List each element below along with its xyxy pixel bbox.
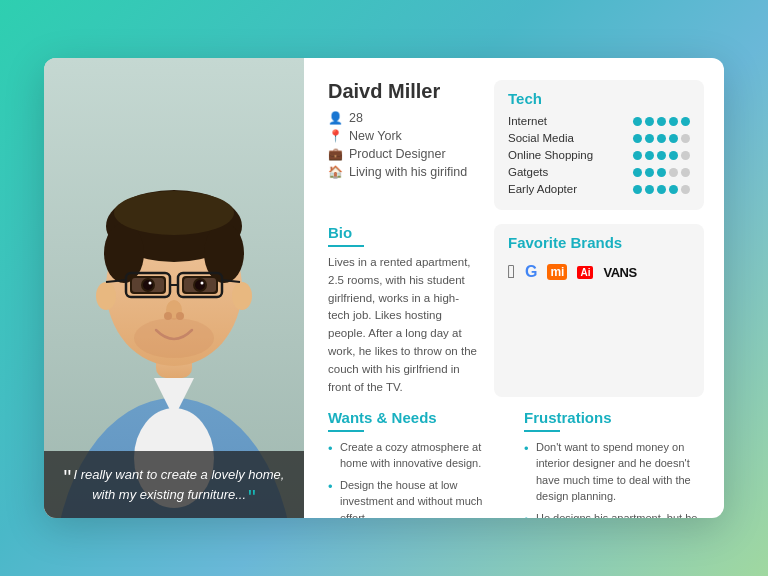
dots-gadgets — [633, 168, 690, 177]
location-item: 📍 New York — [328, 129, 478, 143]
dots-social — [633, 134, 690, 143]
svg-point-20 — [201, 282, 204, 285]
wants-divider — [328, 430, 364, 432]
dot — [633, 134, 642, 143]
dot — [669, 134, 678, 143]
person-icon: 👤 — [328, 111, 342, 125]
mid-row: Bio Lives in a rented apartment, 2.5 roo… — [328, 224, 704, 397]
age-item: 👤 28 — [328, 111, 478, 125]
dot — [633, 185, 642, 194]
bio-text: Lives in a rented apartment, 2.5 rooms, … — [328, 254, 478, 397]
dot — [669, 185, 678, 194]
bio-divider — [328, 245, 364, 247]
top-row: Daivd Miller 👤 28 📍 New York 💼 Product D… — [328, 80, 704, 210]
dots-internet — [633, 117, 690, 126]
profile-name: Daivd Miller — [328, 80, 478, 103]
location-icon: 📍 — [328, 129, 342, 143]
dot — [657, 117, 666, 126]
google-brand-icon: G — [525, 263, 537, 281]
brands-box: Favorite Brands  G mi Ai VANS — [494, 224, 704, 397]
dot — [645, 185, 654, 194]
profile-details: Daivd Miller 👤 28 📍 New York 💼 Product D… — [328, 80, 478, 210]
dot — [645, 168, 654, 177]
mi-brand-icon: mi — [547, 264, 567, 280]
dot — [657, 151, 666, 160]
dot — [633, 168, 642, 177]
svg-point-15 — [149, 282, 152, 285]
tech-label-gadgets: Gatgets — [508, 166, 598, 178]
info-section: Daivd Miller 👤 28 📍 New York 💼 Product D… — [304, 58, 724, 518]
frustrations-list: Don't want to spend money on interior de… — [524, 439, 704, 519]
frustrations-divider — [524, 430, 560, 432]
briefcase-icon: 💼 — [328, 147, 342, 161]
dot — [657, 185, 666, 194]
tech-label-adopter: Early Adopter — [508, 183, 598, 195]
wants-list: Create a cozy atmosphere at home with in… — [328, 439, 508, 519]
person-illustration — [44, 58, 304, 518]
dot — [633, 117, 642, 126]
dot — [645, 117, 654, 126]
dot — [645, 134, 654, 143]
svg-point-9 — [96, 282, 116, 310]
frustrations-section: Frustrations Don't want to spend money o… — [524, 409, 704, 519]
location-value: New York — [349, 129, 402, 143]
vans-brand-icon: VANS — [603, 265, 636, 280]
frustration-item-2: He designs his apartment, but he thinks … — [524, 510, 704, 519]
dot — [669, 117, 678, 126]
dot-empty — [681, 134, 690, 143]
brands-icons:  G mi Ai VANS — [508, 261, 690, 283]
dot — [681, 117, 690, 126]
tech-label-social: Social Media — [508, 132, 598, 144]
wants-item-2: Design the house at low investment and w… — [328, 477, 508, 519]
tech-row-shopping: Online Shopping — [508, 149, 690, 161]
tech-row-adopter: Early Adopter — [508, 183, 690, 195]
living-value: Living with his girifind — [349, 165, 467, 179]
dot-empty — [669, 168, 678, 177]
svg-point-14 — [143, 280, 153, 290]
persona-card: "I really want to create a lovely home, … — [44, 58, 724, 518]
tech-row-social: Social Media — [508, 132, 690, 144]
dot-empty — [681, 185, 690, 194]
dot — [657, 168, 666, 177]
wants-section: Wants & Needs Create a cozy atmosphere a… — [328, 409, 508, 519]
job-item: 💼 Product Designer — [328, 147, 478, 161]
tech-row-gadgets: Gatgets — [508, 166, 690, 178]
dot — [633, 151, 642, 160]
wants-item-1: Create a cozy atmosphere at home with in… — [328, 439, 508, 472]
living-item: 🏠 Living with his girifind — [328, 165, 478, 179]
tech-title: Tech — [508, 90, 690, 107]
dot-empty — [681, 168, 690, 177]
svg-point-10 — [232, 282, 252, 310]
frustration-item-1: Don't want to spend money on interior de… — [524, 439, 704, 505]
svg-point-29 — [134, 318, 214, 358]
frustrations-title: Frustrations — [524, 409, 704, 426]
bottom-row: Wants & Needs Create a cozy atmosphere a… — [328, 409, 704, 519]
dots-shopping — [633, 151, 690, 160]
bio-title: Bio — [328, 224, 478, 241]
tech-box: Tech Internet Social Media — [494, 80, 704, 210]
home-icon: 🏠 — [328, 165, 342, 179]
bio-section: Bio Lives in a rented apartment, 2.5 roo… — [328, 224, 478, 397]
dot — [669, 151, 678, 160]
wants-title: Wants & Needs — [328, 409, 508, 426]
close-quote: " — [248, 485, 256, 510]
age-value: 28 — [349, 111, 363, 125]
adobe-brand-icon: Ai — [577, 266, 593, 279]
brands-title: Favorite Brands — [508, 234, 690, 251]
dot — [657, 134, 666, 143]
tech-label-internet: Internet — [508, 115, 598, 127]
svg-point-8 — [114, 191, 234, 235]
quote-bar: "I really want to create a lovely home, … — [44, 451, 304, 518]
svg-point-19 — [195, 280, 205, 290]
dot-empty — [681, 151, 690, 160]
dots-adopter — [633, 185, 690, 194]
dot — [645, 151, 654, 160]
tech-row-internet: Internet — [508, 115, 690, 127]
tech-label-shopping: Online Shopping — [508, 149, 598, 161]
apple-brand-icon:  — [508, 261, 515, 283]
open-quote: " — [64, 465, 72, 490]
job-value: Product Designer — [349, 147, 446, 161]
photo-section: "I really want to create a lovely home, … — [44, 58, 304, 518]
